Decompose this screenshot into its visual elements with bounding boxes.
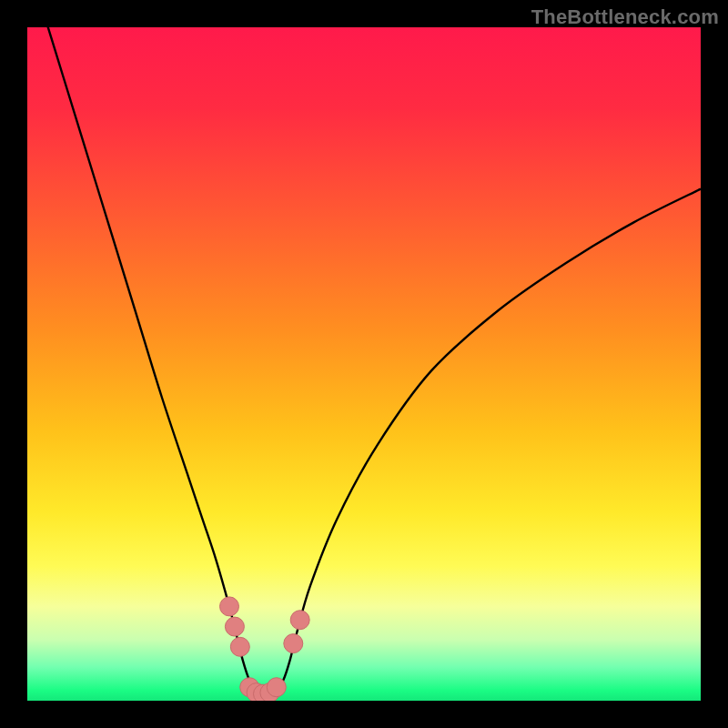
plot-area: [27, 27, 701, 701]
marker-point: [230, 637, 249, 656]
marker-point: [225, 617, 244, 636]
marker-point: [290, 611, 309, 630]
marker-point: [284, 634, 303, 653]
watermark-text: TheBottleneck.com: [531, 5, 719, 29]
background-gradient: [27, 27, 701, 701]
chart-svg: [27, 27, 701, 701]
marker-point: [267, 678, 286, 697]
chart-frame: TheBottleneck.com: [0, 0, 728, 728]
marker-point: [220, 597, 239, 616]
